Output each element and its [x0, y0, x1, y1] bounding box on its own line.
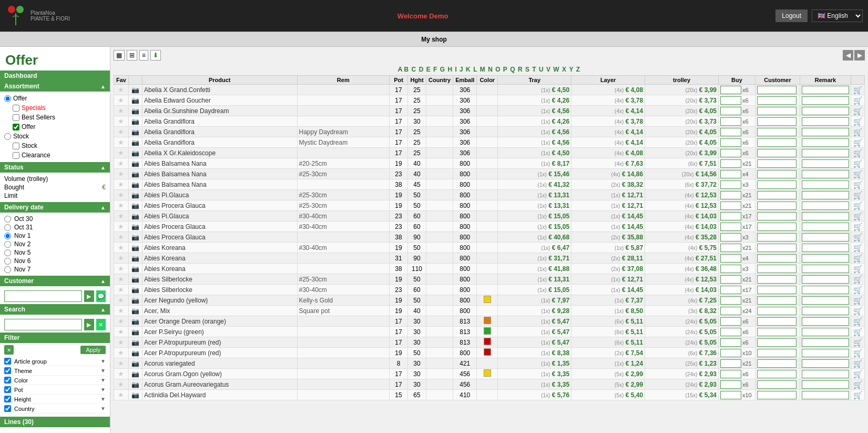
cart-icon[interactable]: 🛒: [853, 254, 862, 263]
favorite-star[interactable]: ★: [118, 359, 124, 367]
remark-input[interactable]: [802, 338, 849, 347]
customer-cell-input[interactable]: [757, 391, 796, 399]
customer-cell-input[interactable]: [757, 265, 796, 273]
lines-section[interactable]: Lines (30): [0, 417, 110, 427]
camera-icon[interactable]: 📷: [131, 370, 139, 378]
buy-input[interactable]: [720, 202, 741, 210]
search-clear-button[interactable]: ✕: [96, 319, 106, 330]
buy-input[interactable]: [720, 328, 741, 336]
buy-input[interactable]: [720, 223, 741, 231]
alpha-t[interactable]: T: [532, 66, 536, 73]
camera-icon[interactable]: 📷: [131, 234, 139, 241]
cart-icon[interactable]: 🛒: [853, 117, 862, 126]
camera-icon[interactable]: 📷: [131, 265, 139, 273]
remark-input[interactable]: [802, 202, 849, 210]
favorite-star[interactable]: ★: [118, 370, 124, 378]
customer-cell-input[interactable]: [757, 254, 796, 263]
cart-icon[interactable]: 🛒: [853, 170, 862, 178]
camera-icon[interactable]: 📷: [131, 128, 139, 136]
customer-cell-input[interactable]: [757, 233, 796, 241]
cart-icon[interactable]: 🛒: [853, 265, 862, 273]
remark-input[interactable]: [802, 317, 849, 326]
camera-icon[interactable]: 📷: [131, 139, 139, 146]
favorite-star[interactable]: ★: [118, 86, 124, 94]
customer-cell-input[interactable]: [757, 275, 796, 284]
cart-icon[interactable]: 🛒: [853, 233, 862, 241]
buy-input[interactable]: [720, 317, 741, 326]
filter-height[interactable]: Height ▼: [4, 395, 106, 404]
alpha-f[interactable]: F: [433, 66, 437, 73]
buy-input[interactable]: [720, 359, 741, 368]
filter-pot[interactable]: Pot ▼: [4, 385, 106, 395]
remark-input[interactable]: [802, 180, 849, 189]
filter-clear-button[interactable]: ✕: [4, 345, 14, 355]
camera-icon[interactable]: 📷: [131, 255, 139, 262]
favorite-star[interactable]: ★: [118, 307, 124, 315]
camera-icon[interactable]: 📷: [131, 213, 139, 220]
customer-cell-input[interactable]: [757, 138, 796, 147]
remark-input[interactable]: [802, 233, 849, 241]
remark-input[interactable]: [802, 170, 849, 178]
buy-input[interactable]: [720, 296, 741, 305]
favorite-star[interactable]: ★: [118, 202, 124, 209]
sidebar-section-customer[interactable]: Customer ▲: [0, 276, 110, 286]
remark-input[interactable]: [802, 86, 849, 94]
alpha-h[interactable]: H: [447, 66, 452, 73]
customer-cell-input[interactable]: [757, 359, 796, 368]
remark-input[interactable]: [802, 254, 849, 263]
assortment-offer-radio[interactable]: Offer: [4, 94, 106, 103]
favorite-star[interactable]: ★: [118, 138, 124, 146]
buy-input[interactable]: [720, 286, 741, 294]
customer-cell-input[interactable]: [757, 338, 796, 347]
customer-cell-input[interactable]: [757, 328, 796, 336]
buy-input[interactable]: [720, 86, 741, 94]
favorite-star[interactable]: ★: [118, 296, 124, 304]
camera-icon[interactable]: 📷: [131, 328, 139, 336]
customer-whatsapp-button[interactable]: 💬: [96, 290, 106, 302]
favorite-star[interactable]: ★: [118, 338, 124, 346]
customer-cell-input[interactable]: [757, 296, 796, 305]
buy-input[interactable]: [720, 128, 741, 136]
search-input[interactable]: [4, 319, 82, 330]
remark-input[interactable]: [802, 307, 849, 315]
favorite-star[interactable]: ★: [118, 328, 124, 336]
alpha-y[interactable]: Y: [569, 66, 573, 73]
buy-input[interactable]: [720, 107, 741, 115]
buy-input[interactable]: [720, 170, 741, 178]
customer-cell-input[interactable]: [757, 307, 796, 315]
alpha-w[interactable]: W: [553, 66, 559, 73]
customer-cell-input[interactable]: [757, 349, 796, 357]
buy-input[interactable]: [720, 96, 741, 105]
favorite-star[interactable]: ★: [118, 223, 124, 230]
favorite-star[interactable]: ★: [118, 128, 124, 136]
customer-cell-input[interactable]: [757, 223, 796, 231]
customer-cell-input[interactable]: [757, 180, 796, 189]
remark-input[interactable]: [802, 191, 849, 199]
camera-icon[interactable]: 📷: [131, 181, 139, 188]
remark-input[interactable]: [802, 107, 849, 115]
buy-input[interactable]: [720, 349, 741, 357]
alpha-n[interactable]: N: [488, 66, 493, 73]
cart-icon[interactable]: 🛒: [853, 349, 862, 357]
customer-cell-input[interactable]: [757, 159, 796, 168]
favorite-star[interactable]: ★: [118, 254, 124, 262]
alpha-m[interactable]: M: [480, 66, 485, 73]
camera-icon[interactable]: 📷: [131, 118, 139, 125]
cart-icon[interactable]: 🛒: [853, 244, 862, 252]
cart-icon[interactable]: 🛒: [853, 180, 862, 189]
customer-cell-input[interactable]: [757, 202, 796, 210]
alpha-u[interactable]: U: [539, 66, 544, 73]
buy-input[interactable]: [720, 191, 741, 199]
sidebar-section-delivery[interactable]: Delivery date ▲: [0, 202, 110, 213]
favorite-star[interactable]: ★: [118, 180, 124, 188]
alpha-e[interactable]: E: [426, 66, 431, 73]
alpha-j[interactable]: J: [459, 66, 463, 73]
favorite-star[interactable]: ★: [118, 191, 124, 199]
remark-input[interactable]: [802, 128, 849, 136]
camera-icon[interactable]: 📷: [131, 339, 139, 346]
cart-icon[interactable]: 🛒: [853, 212, 862, 220]
camera-icon[interactable]: 📷: [131, 86, 139, 94]
favorite-star[interactable]: ★: [118, 265, 124, 273]
camera-icon[interactable]: 📷: [131, 297, 139, 304]
remark-input[interactable]: [802, 244, 849, 252]
